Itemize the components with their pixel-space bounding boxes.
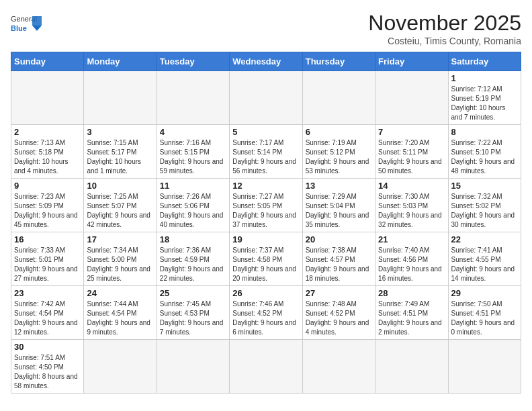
day-info: Sunrise: 7:38 AM Sunset: 4:57 PM Dayligh… bbox=[306, 246, 372, 283]
day-info: Sunrise: 7:45 AM Sunset: 4:53 PM Dayligh… bbox=[160, 300, 226, 337]
day-number: 14 bbox=[378, 181, 445, 191]
calendar-day-cell: 30Sunrise: 7:51 AM Sunset: 4:50 PM Dayli… bbox=[11, 340, 84, 394]
logo: General Blue bbox=[11, 11, 44, 41]
day-info: Sunrise: 7:30 AM Sunset: 5:03 PM Dayligh… bbox=[378, 192, 445, 230]
calendar-day-cell: 10Sunrise: 7:25 AM Sunset: 5:07 PM Dayli… bbox=[84, 179, 157, 232]
calendar-day-cell: 3Sunrise: 7:15 AM Sunset: 5:17 PM Daylig… bbox=[84, 125, 157, 179]
calendar-day-cell: 12Sunrise: 7:27 AM Sunset: 5:05 PM Dayli… bbox=[230, 179, 302, 232]
day-info: Sunrise: 7:51 AM Sunset: 4:50 PM Dayligh… bbox=[14, 353, 81, 391]
day-number: 1 bbox=[451, 73, 518, 83]
calendar-day-header: Saturday bbox=[448, 52, 521, 71]
day-info: Sunrise: 7:36 AM Sunset: 4:59 PM Dayligh… bbox=[160, 246, 226, 283]
calendar-day-cell: 22Sunrise: 7:41 AM Sunset: 4:55 PM Dayli… bbox=[448, 232, 521, 286]
day-number: 7 bbox=[378, 127, 445, 137]
day-number: 25 bbox=[160, 288, 226, 298]
day-number: 26 bbox=[232, 288, 299, 298]
day-number: 18 bbox=[160, 234, 226, 244]
day-info: Sunrise: 7:29 AM Sunset: 5:04 PM Dayligh… bbox=[306, 192, 372, 230]
svg-text:Blue: Blue bbox=[11, 24, 27, 32]
calendar-day-header: Friday bbox=[375, 52, 448, 71]
day-number: 8 bbox=[451, 127, 518, 137]
calendar-day-cell bbox=[230, 340, 302, 394]
location-subtitle: Costeiu, Timis County, Romania bbox=[368, 36, 521, 46]
day-number: 6 bbox=[306, 127, 372, 137]
day-info: Sunrise: 7:17 AM Sunset: 5:14 PM Dayligh… bbox=[232, 138, 299, 176]
calendar-day-cell: 14Sunrise: 7:30 AM Sunset: 5:03 PM Dayli… bbox=[375, 179, 448, 232]
calendar-day-cell: 17Sunrise: 7:34 AM Sunset: 5:00 PM Dayli… bbox=[84, 232, 157, 286]
day-number: 2 bbox=[14, 127, 81, 137]
calendar-day-cell bbox=[302, 71, 375, 125]
calendar-day-cell: 28Sunrise: 7:49 AM Sunset: 4:51 PM Dayli… bbox=[375, 286, 448, 340]
calendar-day-cell: 8Sunrise: 7:22 AM Sunset: 5:10 PM Daylig… bbox=[448, 125, 521, 179]
month-year-title: November 2025 bbox=[368, 11, 521, 36]
calendar-day-cell: 21Sunrise: 7:40 AM Sunset: 4:56 PM Dayli… bbox=[375, 232, 448, 286]
day-number: 20 bbox=[306, 234, 372, 244]
calendar-day-cell: 1Sunrise: 7:12 AM Sunset: 5:19 PM Daylig… bbox=[448, 71, 521, 125]
day-info: Sunrise: 7:40 AM Sunset: 4:56 PM Dayligh… bbox=[378, 246, 445, 283]
page-header: General Blue November 2025 Costeiu, Timi… bbox=[11, 11, 521, 46]
calendar-day-cell: 11Sunrise: 7:26 AM Sunset: 5:06 PM Dayli… bbox=[157, 179, 229, 232]
day-number: 4 bbox=[160, 127, 226, 137]
calendar-day-cell: 27Sunrise: 7:48 AM Sunset: 4:52 PM Dayli… bbox=[302, 286, 375, 340]
day-info: Sunrise: 7:13 AM Sunset: 5:18 PM Dayligh… bbox=[14, 138, 81, 176]
calendar-day-cell: 18Sunrise: 7:36 AM Sunset: 4:59 PM Dayli… bbox=[157, 232, 229, 286]
calendar-day-cell bbox=[302, 340, 375, 394]
day-number: 28 bbox=[378, 288, 445, 298]
day-info: Sunrise: 7:41 AM Sunset: 4:55 PM Dayligh… bbox=[451, 246, 518, 283]
calendar-day-cell: 16Sunrise: 7:33 AM Sunset: 5:01 PM Dayli… bbox=[11, 232, 84, 286]
day-number: 13 bbox=[306, 181, 372, 191]
day-info: Sunrise: 7:25 AM Sunset: 5:07 PM Dayligh… bbox=[87, 192, 153, 230]
day-info: Sunrise: 7:19 AM Sunset: 5:12 PM Dayligh… bbox=[306, 138, 372, 176]
calendar-day-cell bbox=[84, 340, 157, 394]
day-info: Sunrise: 7:33 AM Sunset: 5:01 PM Dayligh… bbox=[14, 246, 81, 283]
day-info: Sunrise: 7:49 AM Sunset: 4:51 PM Dayligh… bbox=[378, 300, 445, 337]
calendar-day-header: Wednesday bbox=[230, 52, 302, 71]
calendar-day-cell bbox=[84, 71, 157, 125]
calendar-week-row: 1Sunrise: 7:12 AM Sunset: 5:19 PM Daylig… bbox=[11, 71, 521, 125]
calendar-week-row: 2Sunrise: 7:13 AM Sunset: 5:18 PM Daylig… bbox=[11, 125, 521, 179]
day-info: Sunrise: 7:37 AM Sunset: 4:58 PM Dayligh… bbox=[232, 246, 299, 283]
calendar-day-cell: 5Sunrise: 7:17 AM Sunset: 5:14 PM Daylig… bbox=[230, 125, 302, 179]
calendar-table: SundayMondayTuesdayWednesdayThursdayFrid… bbox=[11, 52, 521, 394]
calendar-day-cell bbox=[230, 71, 302, 125]
calendar-day-cell: 6Sunrise: 7:19 AM Sunset: 5:12 PM Daylig… bbox=[302, 125, 375, 179]
day-info: Sunrise: 7:46 AM Sunset: 4:52 PM Dayligh… bbox=[232, 300, 299, 337]
calendar-day-cell: 15Sunrise: 7:32 AM Sunset: 5:02 PM Dayli… bbox=[448, 179, 521, 232]
day-number: 11 bbox=[160, 181, 226, 191]
svg-marker-2 bbox=[32, 16, 42, 26]
calendar-week-row: 30Sunrise: 7:51 AM Sunset: 4:50 PM Dayli… bbox=[11, 340, 521, 394]
day-info: Sunrise: 7:44 AM Sunset: 4:54 PM Dayligh… bbox=[87, 300, 153, 337]
day-number: 16 bbox=[14, 234, 81, 244]
day-info: Sunrise: 7:16 AM Sunset: 5:15 PM Dayligh… bbox=[160, 138, 226, 176]
day-info: Sunrise: 7:23 AM Sunset: 5:09 PM Dayligh… bbox=[14, 192, 81, 230]
calendar-header-row: SundayMondayTuesdayWednesdayThursdayFrid… bbox=[11, 52, 521, 71]
svg-marker-3 bbox=[32, 26, 42, 31]
day-info: Sunrise: 7:12 AM Sunset: 5:19 PM Dayligh… bbox=[451, 85, 518, 122]
day-number: 22 bbox=[451, 234, 518, 244]
day-info: Sunrise: 7:22 AM Sunset: 5:10 PM Dayligh… bbox=[451, 138, 518, 176]
generalblue-logo-icon: General Blue bbox=[11, 11, 44, 41]
day-number: 12 bbox=[232, 181, 299, 191]
calendar-day-cell bbox=[375, 71, 448, 125]
calendar-week-row: 16Sunrise: 7:33 AM Sunset: 5:01 PM Dayli… bbox=[11, 232, 521, 286]
calendar-day-header: Sunday bbox=[11, 52, 84, 71]
calendar-day-cell: 9Sunrise: 7:23 AM Sunset: 5:09 PM Daylig… bbox=[11, 179, 84, 232]
day-info: Sunrise: 7:32 AM Sunset: 5:02 PM Dayligh… bbox=[451, 192, 518, 230]
day-info: Sunrise: 7:20 AM Sunset: 5:11 PM Dayligh… bbox=[378, 138, 445, 176]
day-number: 27 bbox=[306, 288, 372, 298]
calendar-day-cell bbox=[448, 340, 521, 394]
day-info: Sunrise: 7:42 AM Sunset: 4:54 PM Dayligh… bbox=[14, 300, 81, 337]
calendar-day-cell: 23Sunrise: 7:42 AM Sunset: 4:54 PM Dayli… bbox=[11, 286, 84, 340]
day-number: 10 bbox=[87, 181, 153, 191]
day-info: Sunrise: 7:27 AM Sunset: 5:05 PM Dayligh… bbox=[232, 192, 299, 230]
calendar-day-cell: 2Sunrise: 7:13 AM Sunset: 5:18 PM Daylig… bbox=[11, 125, 84, 179]
day-info: Sunrise: 7:50 AM Sunset: 4:51 PM Dayligh… bbox=[451, 300, 518, 337]
day-number: 24 bbox=[87, 288, 153, 298]
day-number: 23 bbox=[14, 288, 81, 298]
calendar-day-cell: 20Sunrise: 7:38 AM Sunset: 4:57 PM Dayli… bbox=[302, 232, 375, 286]
day-number: 21 bbox=[378, 234, 445, 244]
day-number: 17 bbox=[87, 234, 153, 244]
calendar-day-cell: 26Sunrise: 7:46 AM Sunset: 4:52 PM Dayli… bbox=[230, 286, 302, 340]
day-number: 5 bbox=[232, 127, 299, 137]
title-block: November 2025 Costeiu, Timis County, Rom… bbox=[368, 11, 521, 46]
